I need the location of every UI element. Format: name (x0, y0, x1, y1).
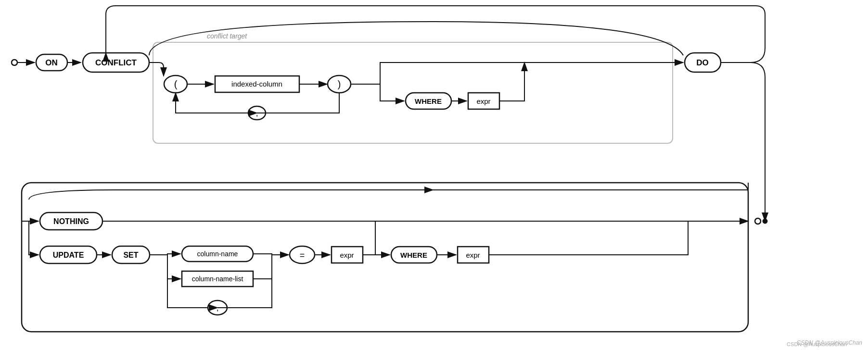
col-name-list-text: column-name-list (192, 275, 243, 283)
where2-text: WHERE (400, 251, 427, 259)
indexed-col-text: indexed-column (231, 80, 282, 88)
watermark-div: CSDN @AuspiciousChan (797, 339, 862, 346)
expr2-text: expr (340, 251, 354, 259)
comma1-text: , (256, 109, 258, 118)
do-text: DO (696, 58, 709, 67)
update-text: UPDATE (53, 251, 84, 259)
comma2-text: , (217, 303, 219, 312)
col-name-text: column-name (197, 250, 238, 258)
nothing-text: NOTHING (53, 217, 89, 225)
end-dot (763, 219, 767, 224)
equals-text: = (300, 250, 305, 260)
conflict-text: CONFLICT (95, 58, 137, 67)
set-text: SET (123, 251, 138, 259)
expr1-text: expr (476, 97, 490, 105)
where1-text: WHERE (415, 97, 442, 105)
expr3-text: expr (466, 251, 480, 259)
lparen-text: ( (174, 79, 178, 89)
conflict-target-label: conflict target (207, 32, 247, 40)
rparen-text: ) (338, 79, 341, 89)
on-text: ON (45, 58, 58, 67)
